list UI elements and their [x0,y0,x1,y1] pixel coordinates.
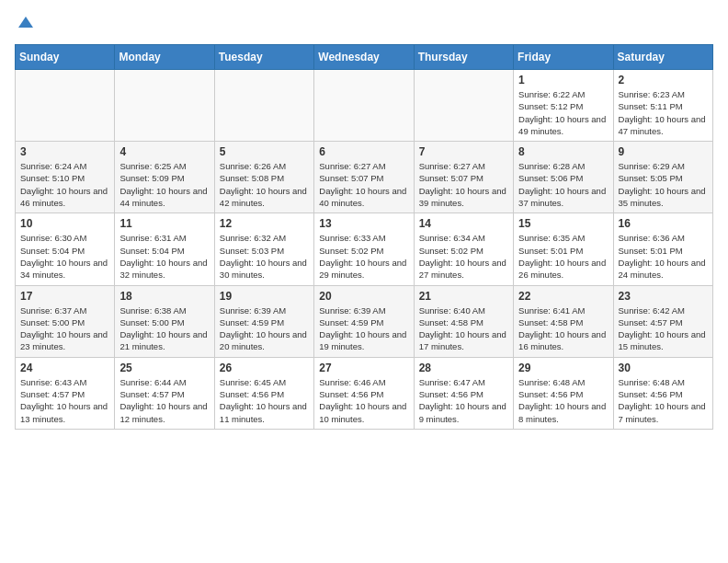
day-number: 12 [220,217,309,230]
svg-marker-0 [18,17,33,28]
day-number: 8 [518,145,608,158]
calendar-cell: 18Sunrise: 6:38 AMSunset: 5:00 PMDayligh… [115,285,214,357]
weekday-header: Friday [514,45,613,70]
day-number: 19 [220,290,309,303]
cell-content: Sunrise: 6:22 AMSunset: 5:12 PMDaylight:… [518,88,608,137]
calendar-cell: 8Sunrise: 6:28 AMSunset: 5:06 PMDaylight… [514,142,613,213]
cell-content: Sunrise: 6:24 AMSunset: 5:10 PMDaylight:… [20,160,109,209]
cell-content: Sunrise: 6:32 AMSunset: 5:03 PMDaylight:… [220,232,309,281]
day-number: 20 [319,290,408,303]
cell-content: Sunrise: 6:28 AMSunset: 5:06 PMDaylight:… [518,160,608,209]
calendar-cell: 1Sunrise: 6:22 AMSunset: 5:12 PMDaylight… [514,70,613,142]
calendar-cell: 27Sunrise: 6:46 AMSunset: 4:56 PMDayligh… [314,357,414,429]
calendar-cell: 14Sunrise: 6:34 AMSunset: 5:02 PMDayligh… [414,213,513,285]
calendar-cell: 12Sunrise: 6:32 AMSunset: 5:03 PMDayligh… [214,213,313,285]
day-number: 30 [619,362,708,374]
calendar-cell: 13Sunrise: 6:33 AMSunset: 5:02 PMDayligh… [314,213,414,285]
day-number: 9 [619,145,708,158]
calendar-week-row: 1Sunrise: 6:22 AMSunset: 5:12 PMDaylight… [16,70,713,142]
cell-content: Sunrise: 6:34 AMSunset: 5:02 PMDaylight:… [419,232,508,281]
calendar-cell: 24Sunrise: 6:43 AMSunset: 4:57 PMDayligh… [16,357,115,429]
cell-content: Sunrise: 6:48 AMSunset: 4:56 PMDaylight:… [518,376,608,425]
calendar-cell: 4Sunrise: 6:25 AMSunset: 5:09 PMDaylight… [115,142,214,213]
day-number: 29 [518,362,608,374]
cell-content: Sunrise: 6:23 AMSunset: 5:11 PMDaylight:… [619,88,708,137]
weekday-header-row: SundayMondayTuesdayWednesdayThursdayFrid… [16,45,713,70]
calendar-cell: 23Sunrise: 6:42 AMSunset: 4:57 PMDayligh… [613,285,712,357]
weekday-header: Wednesday [314,45,414,70]
calendar-cell: 6Sunrise: 6:27 AMSunset: 5:07 PMDaylight… [314,142,414,213]
cell-content: Sunrise: 6:35 AMSunset: 5:01 PMDaylight:… [518,232,608,281]
cell-content: Sunrise: 6:36 AMSunset: 5:01 PMDaylight:… [619,232,708,281]
cell-content: Sunrise: 6:31 AMSunset: 5:04 PMDaylight:… [119,232,209,281]
logo [15,15,35,33]
weekday-header: Monday [115,45,214,70]
calendar-cell [115,70,214,142]
day-number: 27 [319,362,408,374]
calendar-cell: 29Sunrise: 6:48 AMSunset: 4:56 PMDayligh… [514,357,613,429]
calendar-cell: 16Sunrise: 6:36 AMSunset: 5:01 PMDayligh… [613,213,712,285]
calendar-cell: 15Sunrise: 6:35 AMSunset: 5:01 PMDayligh… [514,213,613,285]
calendar-cell: 25Sunrise: 6:44 AMSunset: 4:57 PMDayligh… [115,357,214,429]
cell-content: Sunrise: 6:41 AMSunset: 4:58 PMDaylight:… [518,304,608,353]
cell-content: Sunrise: 6:44 AMSunset: 4:57 PMDaylight:… [119,376,209,425]
calendar-week-row: 24Sunrise: 6:43 AMSunset: 4:57 PMDayligh… [16,357,713,429]
calendar-cell: 10Sunrise: 6:30 AMSunset: 5:04 PMDayligh… [16,213,115,285]
calendar-cell [214,70,313,142]
calendar-cell: 26Sunrise: 6:45 AMSunset: 4:56 PMDayligh… [214,357,313,429]
calendar-cell: 7Sunrise: 6:27 AMSunset: 5:07 PMDaylight… [414,142,513,213]
day-number: 25 [119,362,209,374]
calendar-cell: 19Sunrise: 6:39 AMSunset: 4:59 PMDayligh… [214,285,313,357]
cell-content: Sunrise: 6:46 AMSunset: 4:56 PMDaylight:… [319,376,408,425]
day-number: 10 [20,217,109,230]
day-number: 7 [419,145,508,158]
day-number: 15 [518,217,608,230]
calendar-cell [16,70,115,142]
day-number: 6 [319,145,408,158]
day-number: 3 [20,145,109,158]
cell-content: Sunrise: 6:30 AMSunset: 5:04 PMDaylight:… [20,232,109,281]
weekday-header: Sunday [16,45,115,70]
calendar-cell: 9Sunrise: 6:29 AMSunset: 5:05 PMDaylight… [613,142,712,213]
cell-content: Sunrise: 6:26 AMSunset: 5:08 PMDaylight:… [220,160,309,209]
day-number: 22 [518,290,608,303]
cell-content: Sunrise: 6:27 AMSunset: 5:07 PMDaylight:… [419,160,508,209]
day-number: 24 [20,362,109,374]
day-number: 5 [220,145,309,158]
day-number: 16 [619,217,708,230]
cell-content: Sunrise: 6:37 AMSunset: 5:00 PMDaylight:… [20,304,109,353]
day-number: 17 [20,290,109,303]
calendar-week-row: 10Sunrise: 6:30 AMSunset: 5:04 PMDayligh… [16,213,713,285]
calendar-cell: 22Sunrise: 6:41 AMSunset: 4:58 PMDayligh… [514,285,613,357]
cell-content: Sunrise: 6:48 AMSunset: 4:56 PMDaylight:… [619,376,708,425]
calendar-week-row: 17Sunrise: 6:37 AMSunset: 5:00 PMDayligh… [16,285,713,357]
calendar-cell: 5Sunrise: 6:26 AMSunset: 5:08 PMDaylight… [214,142,313,213]
cell-content: Sunrise: 6:39 AMSunset: 4:59 PMDaylight:… [319,304,408,353]
cell-content: Sunrise: 6:45 AMSunset: 4:56 PMDaylight:… [220,376,309,425]
cell-content: Sunrise: 6:47 AMSunset: 4:56 PMDaylight:… [419,376,508,425]
calendar-week-row: 3Sunrise: 6:24 AMSunset: 5:10 PMDaylight… [16,142,713,213]
cell-content: Sunrise: 6:43 AMSunset: 4:57 PMDaylight:… [20,376,109,425]
calendar-cell: 11Sunrise: 6:31 AMSunset: 5:04 PMDayligh… [115,213,214,285]
calendar-table: SundayMondayTuesdayWednesdayThursdayFrid… [15,44,713,430]
cell-content: Sunrise: 6:39 AMSunset: 4:59 PMDaylight:… [220,304,309,353]
calendar-cell [314,70,414,142]
calendar-cell: 30Sunrise: 6:48 AMSunset: 4:56 PMDayligh… [613,357,712,429]
day-number: 13 [319,217,408,230]
calendar-cell: 2Sunrise: 6:23 AMSunset: 5:11 PMDaylight… [613,70,712,142]
day-number: 18 [119,290,209,303]
day-number: 4 [119,145,209,158]
calendar-cell: 21Sunrise: 6:40 AMSunset: 4:58 PMDayligh… [414,285,513,357]
day-number: 11 [119,217,209,230]
weekday-header: Thursday [414,45,513,70]
calendar-cell: 17Sunrise: 6:37 AMSunset: 5:00 PMDayligh… [16,285,115,357]
weekday-header: Saturday [613,45,712,70]
cell-content: Sunrise: 6:33 AMSunset: 5:02 PMDaylight:… [319,232,408,281]
day-number: 23 [619,290,708,303]
day-number: 14 [419,217,508,230]
calendar-cell [414,70,513,142]
day-number: 2 [619,74,708,86]
day-number: 21 [419,290,508,303]
calendar-cell: 20Sunrise: 6:39 AMSunset: 4:59 PMDayligh… [314,285,414,357]
page-header [15,15,713,33]
